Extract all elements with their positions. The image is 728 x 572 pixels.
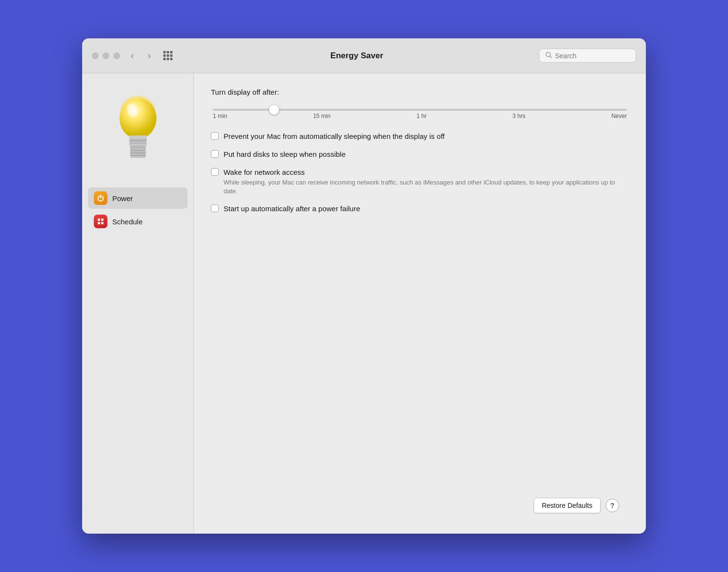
checkbox-sublabel-wake-network: While sleeping, your Mac can receive inc… bbox=[224, 178, 629, 196]
slider-wrapper: 1 min 15 min 1 hr 3 hrs Never bbox=[211, 104, 629, 119]
app-grid-button[interactable] bbox=[161, 49, 174, 62]
slider-mark-1hr: 1 hr bbox=[416, 113, 427, 119]
sidebar-nav: Power Schedule bbox=[88, 187, 188, 232]
slider-mark-1min: 1 min bbox=[213, 113, 227, 119]
main-area: Power Schedule bbox=[82, 73, 646, 534]
traffic-light-minimize[interactable] bbox=[103, 52, 109, 59]
svg-point-3 bbox=[120, 98, 156, 139]
titlebar: ‹ › Energy Saver bbox=[82, 38, 646, 73]
power-icon bbox=[94, 191, 107, 205]
forward-button[interactable]: › bbox=[145, 49, 154, 62]
svg-rect-17 bbox=[98, 222, 100, 224]
slider-section: Turn display off after: 1 min 15 min 1 h… bbox=[211, 88, 629, 119]
traffic-light-close[interactable] bbox=[92, 52, 99, 59]
checkbox-wake-network[interactable] bbox=[211, 168, 219, 176]
app-window: ‹ › Energy Saver bbox=[82, 38, 646, 534]
window-title: Energy Saver bbox=[182, 51, 531, 61]
traffic-lights bbox=[92, 52, 120, 59]
checkbox-row-hard-disk: Put hard disks to sleep when possible bbox=[211, 149, 629, 159]
checkbox-row-startup: Start up automatically after a power fai… bbox=[211, 203, 629, 214]
search-input[interactable] bbox=[555, 52, 630, 60]
slider-mark-15min: 15 min bbox=[313, 113, 330, 119]
checkbox-startup[interactable] bbox=[211, 204, 219, 212]
svg-rect-16 bbox=[101, 219, 104, 221]
display-sleep-slider[interactable] bbox=[213, 109, 627, 111]
energy-saver-icon bbox=[106, 88, 170, 173]
restore-defaults-button[interactable]: Restore Defaults bbox=[534, 498, 601, 513]
checkbox-group-wake-network: Wake for network access While sleeping, … bbox=[224, 167, 629, 196]
power-label: Power bbox=[112, 194, 133, 202]
svg-rect-5 bbox=[129, 135, 147, 139]
checkbox-prevent-sleep[interactable] bbox=[211, 132, 219, 140]
sidebar: Power Schedule bbox=[82, 73, 194, 534]
checkbox-label-prevent-sleep: Prevent your Mac from automatically slee… bbox=[224, 131, 445, 141]
content-panel: Turn display off after: 1 min 15 min 1 h… bbox=[194, 73, 646, 534]
checkbox-row-wake-network: Wake for network access While sleeping, … bbox=[211, 167, 629, 196]
slider-mark-never: Never bbox=[611, 113, 627, 119]
schedule-label: Schedule bbox=[112, 218, 143, 226]
checkbox-hard-disk[interactable] bbox=[211, 150, 219, 158]
svg-rect-9 bbox=[130, 140, 146, 141]
checkbox-group-hard-disk: Put hard disks to sleep when possible bbox=[224, 149, 346, 159]
checkbox-label-hard-disk: Put hard disks to sleep when possible bbox=[224, 149, 346, 159]
checkbox-label-startup: Start up automatically after a power fai… bbox=[224, 203, 360, 214]
back-button[interactable]: ‹ bbox=[128, 49, 137, 62]
slider-label: Turn display off after: bbox=[211, 88, 629, 96]
svg-rect-18 bbox=[101, 222, 104, 224]
grid-icon bbox=[163, 51, 173, 60]
search-box[interactable] bbox=[539, 49, 636, 63]
sidebar-item-power[interactable]: Power bbox=[88, 187, 188, 209]
checkbox-label-wake-network: Wake for network access bbox=[224, 167, 629, 177]
checkbox-group-prevent-sleep: Prevent your Mac from automatically slee… bbox=[224, 131, 445, 141]
svg-line-1 bbox=[550, 56, 552, 58]
search-icon bbox=[545, 51, 552, 60]
help-button[interactable]: ? bbox=[606, 499, 619, 512]
sidebar-item-schedule[interactable]: Schedule bbox=[88, 211, 188, 232]
schedule-icon bbox=[94, 215, 107, 228]
checkbox-row-prevent-sleep: Prevent your Mac from automatically slee… bbox=[211, 131, 629, 141]
svg-rect-15 bbox=[98, 219, 100, 221]
svg-rect-10 bbox=[130, 143, 146, 144]
checkbox-group-startup: Start up automatically after a power fai… bbox=[224, 203, 360, 214]
traffic-light-maximize[interactable] bbox=[113, 52, 120, 59]
slider-mark-3hrs: 3 hrs bbox=[512, 113, 525, 119]
bottom-bar: Restore Defaults ? bbox=[211, 492, 629, 519]
checkboxes-section: Prevent your Mac from automatically slee… bbox=[211, 131, 629, 214]
